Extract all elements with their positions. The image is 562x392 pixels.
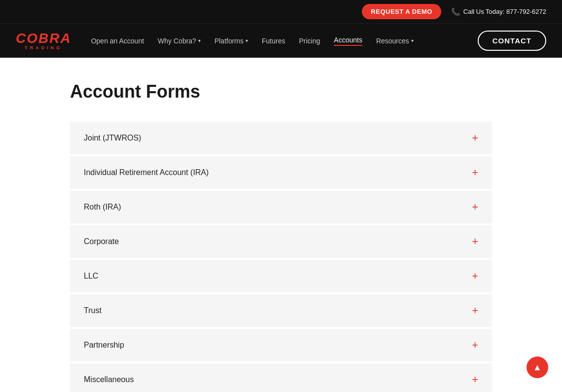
nav-link-platforms[interactable]: Platforms▾: [214, 37, 248, 45]
plus-icon-roth-ira: +: [472, 202, 478, 213]
nav-link-open-account[interactable]: Open an Account: [91, 37, 144, 45]
nav-link-why-cobra[interactable]: Why Cobra?▾: [158, 37, 201, 45]
accordion-label-corporate: Corporate: [84, 237, 119, 246]
nav-links: Open an AccountWhy Cobra?▾Platforms▾Futu…: [91, 36, 478, 46]
accordion-header-miscellaneous[interactable]: Miscellaneous+: [70, 363, 492, 392]
logo-trading-text: TRADING: [25, 45, 62, 50]
accordion-item-joint: Joint (JTWROS)+: [70, 122, 492, 154]
accordion-label-trust: Trust: [84, 306, 102, 315]
nav-link-resources[interactable]: Resources▾: [376, 37, 414, 45]
request-demo-button[interactable]: REQUEST A DEMO: [362, 4, 441, 19]
accordion-header-partnership[interactable]: Partnership+: [70, 329, 492, 361]
phone-icon: 📞: [451, 7, 460, 16]
nav-link-pricing[interactable]: Pricing: [299, 37, 320, 45]
chevron-down-icon: ▾: [198, 38, 201, 43]
accordion-label-miscellaneous: Miscellaneous: [84, 375, 134, 384]
plus-icon-partnership: +: [472, 340, 478, 351]
contact-button[interactable]: CONTACT: [478, 31, 546, 51]
accordion-header-roth-ira[interactable]: Roth (IRA)+: [70, 191, 492, 223]
accordion-item-roth-ira: Roth (IRA)+: [70, 191, 492, 223]
plus-icon-joint: +: [472, 133, 478, 143]
accordion-header-joint[interactable]: Joint (JTWROS)+: [70, 122, 492, 154]
accordion-item-trust: Trust+: [70, 294, 492, 327]
accordion-item-llc: LLC+: [70, 260, 492, 292]
accordion-item-partnership: Partnership+: [70, 329, 492, 361]
scroll-top-icon: ▲: [533, 362, 542, 373]
accordion-header-llc[interactable]: LLC+: [70, 260, 492, 292]
accordion-header-ira[interactable]: Individual Retirement Account (IRA)+: [70, 156, 492, 189]
accordion-item-corporate: Corporate+: [70, 225, 492, 258]
accordion-label-llc: LLC: [84, 272, 98, 281]
accordion-header-corporate[interactable]: Corporate+: [70, 225, 492, 258]
accordion-item-ira: Individual Retirement Account (IRA)+: [70, 156, 492, 189]
top-bar: REQUEST A DEMO 📞 Call Us Today: 877-792-…: [0, 0, 562, 23]
plus-icon-llc: +: [472, 271, 478, 282]
accordion-header-trust[interactable]: Trust+: [70, 294, 492, 327]
accordion-item-miscellaneous: Miscellaneous+: [70, 363, 492, 392]
accordion-label-partnership: Partnership: [84, 341, 124, 350]
page-title: Account Forms: [70, 81, 492, 102]
plus-icon-ira: +: [472, 167, 478, 178]
logo[interactable]: COBRA TRADING: [16, 32, 71, 50]
chevron-down-icon: ▾: [411, 38, 414, 43]
accordion-label-ira: Individual Retirement Account (IRA): [84, 168, 209, 177]
account-forms-accordion: Joint (JTWROS)+Individual Retirement Acc…: [70, 122, 492, 392]
main-content: Account Forms Joint (JTWROS)+Individual …: [54, 58, 508, 392]
call-us-label: Call Us Today: 877-792-6272: [463, 8, 546, 15]
nav-link-futures[interactable]: Futures: [262, 37, 285, 45]
plus-icon-corporate: +: [472, 236, 478, 247]
call-us-info: 📞 Call Us Today: 877-792-6272: [451, 7, 546, 16]
nav-link-accounts[interactable]: Accounts: [334, 36, 362, 46]
accordion-label-joint: Joint (JTWROS): [84, 134, 141, 143]
scroll-to-top-button[interactable]: ▲: [527, 356, 548, 378]
plus-icon-miscellaneous: +: [472, 374, 478, 385]
chevron-down-icon: ▾: [246, 38, 248, 43]
logo-cobra-text: COBRA: [16, 32, 71, 45]
plus-icon-trust: +: [472, 305, 478, 316]
accordion-label-roth-ira: Roth (IRA): [84, 203, 121, 212]
navigation-bar: COBRA TRADING Open an AccountWhy Cobra?▾…: [0, 23, 562, 58]
